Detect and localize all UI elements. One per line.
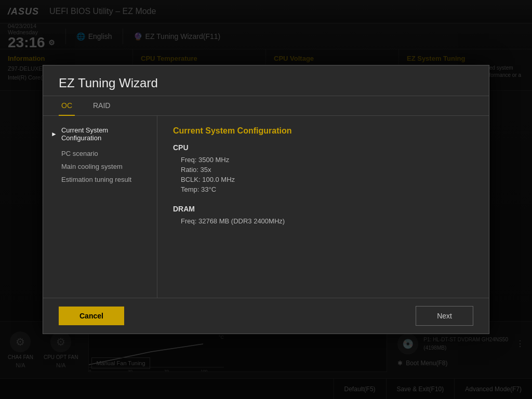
- modal-content: Current System Configuration CPU Freq: 3…: [157, 116, 489, 298]
- arrow-icon: ►: [51, 130, 57, 138]
- dram-category: DRAM: [173, 205, 473, 213]
- modal-sidebar: ► Current System Configuration PC scenar…: [43, 116, 157, 298]
- cpu-freq: Freq: 3500 MHz: [173, 156, 473, 164]
- sidebar-active-label: Current System Configuration: [61, 126, 149, 142]
- modal-overlay: EZ Tuning Wizard OC RAID ► Current Syste…: [0, 0, 532, 399]
- modal-footer: Cancel Next: [43, 298, 489, 334]
- modal-tabs: OC RAID: [43, 96, 489, 116]
- sidebar-current-config[interactable]: ► Current System Configuration: [51, 126, 149, 142]
- sidebar-estimation-result[interactable]: Estimation tuning result: [51, 176, 149, 183]
- tab-raid[interactable]: RAID: [90, 96, 113, 116]
- cancel-button[interactable]: Cancel: [59, 307, 124, 325]
- modal-body: ► Current System Configuration PC scenar…: [43, 116, 489, 298]
- cpu-ratio: Ratio: 35x: [173, 166, 473, 174]
- content-section-title: Current System Configuration: [173, 126, 473, 136]
- sidebar-cooling-system[interactable]: Main cooling system: [51, 163, 149, 170]
- sidebar-pc-scenario[interactable]: PC scenario: [51, 150, 149, 157]
- cpu-temp: Temp: 33°C: [173, 185, 473, 193]
- modal-title: EZ Tuning Wizard: [59, 76, 158, 90]
- tab-oc[interactable]: OC: [59, 96, 75, 116]
- dram-freq: Freq: 32768 MB (DDR3 2400MHz): [173, 217, 473, 225]
- modal-header: EZ Tuning Wizard: [43, 65, 489, 96]
- ez-tuning-wizard-modal: EZ Tuning Wizard OC RAID ► Current Syste…: [43, 65, 489, 334]
- cpu-bclk: BCLK: 100.0 MHz: [173, 176, 473, 183]
- cpu-category: CPU: [173, 143, 473, 152]
- next-button[interactable]: Next: [416, 306, 473, 326]
